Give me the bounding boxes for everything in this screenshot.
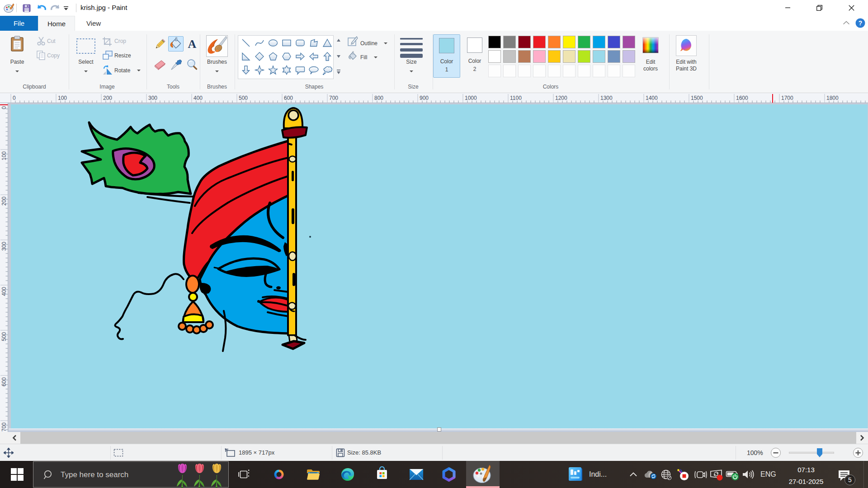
palette-color-13[interactable]	[533, 50, 546, 63]
save-button[interactable]	[22, 4, 31, 13]
size-dropdown-caret[interactable]	[410, 70, 413, 72]
paint-app-icon-button[interactable]	[4, 3, 14, 14]
crop-button[interactable]	[102, 37, 112, 47]
brushes-button[interactable]	[206, 35, 228, 57]
close-button[interactable]	[841, 0, 862, 15]
resize-label[interactable]: Resize	[114, 52, 131, 59]
palette-empty-3[interactable]	[533, 65, 546, 77]
tab-file[interactable]: File	[0, 16, 38, 31]
palette-color-7[interactable]	[593, 36, 605, 48]
tab-home[interactable]: Home	[38, 16, 75, 31]
palette-color-2[interactable]	[518, 36, 531, 48]
palette-color-5[interactable]	[563, 36, 576, 48]
shapes-gallery-scroll-buttons[interactable]	[335, 36, 342, 78]
palette-empty-0[interactable]	[488, 65, 501, 77]
palette-empty-8[interactable]	[608, 65, 620, 77]
cut-button[interactable]	[37, 37, 46, 46]
shape-up-arrow[interactable]	[321, 50, 334, 63]
palette-color-4[interactable]	[548, 36, 561, 48]
tray-volume-icon[interactable]	[742, 469, 755, 480]
palette-empty-1[interactable]	[503, 65, 516, 77]
cut-label[interactable]: Cut	[47, 38, 56, 45]
edit-colors-button[interactable]	[642, 37, 659, 53]
palette-empty-4[interactable]	[548, 65, 561, 77]
palette-color-0[interactable]	[488, 36, 501, 48]
edit-with-paint3d-button[interactable]	[676, 35, 697, 58]
show-desktop-button[interactable]	[863, 461, 864, 488]
taskbar-paint-button[interactable]	[472, 464, 493, 485]
tray-cast-icon[interactable]	[709, 469, 723, 481]
fill-button[interactable]	[347, 51, 358, 61]
paste-dropdown-caret[interactable]	[15, 70, 19, 72]
horizontal-scrollbar[interactable]	[0, 432, 868, 444]
palette-color-10[interactable]	[488, 50, 501, 63]
palette-color-8[interactable]	[608, 36, 620, 48]
customize-qat-button[interactable]	[63, 6, 69, 10]
canvas-resize-handle[interactable]	[437, 427, 441, 432]
copy-button[interactable]	[36, 50, 46, 60]
palette-empty-6[interactable]	[578, 65, 590, 77]
size-label[interactable]: Size	[399, 59, 424, 66]
select-label[interactable]: Select	[73, 59, 99, 66]
zoom-slider-track[interactable]	[789, 452, 834, 454]
color1-button[interactable]: Color1	[433, 34, 460, 78]
tray-battery-icon[interactable]	[726, 469, 739, 481]
palette-color-15[interactable]	[563, 50, 576, 63]
crop-label[interactable]: Crop	[114, 38, 126, 45]
paint3d-label[interactable]: Edit with Paint 3D	[672, 59, 700, 72]
copy-label[interactable]: Copy	[47, 52, 60, 59]
taskbar-microsoft365-button[interactable]	[442, 467, 456, 482]
shape-right-arrow[interactable]	[294, 50, 307, 63]
shape-polygon[interactable]	[307, 37, 320, 49]
palette-color-18[interactable]	[608, 50, 620, 63]
shape-five-point-star[interactable]	[267, 64, 279, 76]
redo-button[interactable]	[50, 4, 61, 13]
tray-language[interactable]: ENG	[760, 470, 776, 479]
fill-dropdown-caret[interactable]	[374, 56, 377, 58]
restore-button[interactable]	[809, 0, 830, 15]
rotate-label[interactable]: Rotate	[114, 67, 130, 74]
krishna-drawing[interactable]	[11, 104, 868, 428]
select-button[interactable]	[76, 38, 96, 54]
tray-network-icon[interactable]	[660, 469, 672, 481]
taskbar-edge-button[interactable]	[340, 467, 355, 482]
taskbar-news-widget[interactable]	[568, 467, 584, 482]
palette-color-12[interactable]	[518, 50, 531, 63]
taskbar-task-view-button[interactable]	[237, 468, 251, 481]
palette-color-3[interactable]	[533, 36, 546, 48]
color2-button[interactable]: Color2	[463, 34, 486, 78]
help-button[interactable]: ?	[855, 18, 865, 28]
tray-camera-icon[interactable]	[693, 469, 707, 481]
shape-four-point-star[interactable]	[253, 64, 266, 76]
palette-color-6[interactable]	[578, 36, 590, 48]
paste-label[interactable]: Paste	[5, 59, 30, 66]
shape-left-arrow[interactable]	[307, 50, 320, 63]
resize-button[interactable]	[102, 50, 113, 60]
outline-button[interactable]	[347, 36, 358, 47]
rotate-button[interactable]	[102, 65, 113, 75]
collapse-ribbon-button[interactable]	[843, 21, 850, 25]
paint-canvas[interactable]	[11, 104, 868, 428]
shape-oval-callout[interactable]	[307, 64, 320, 76]
fill-with-color-tool[interactable]	[168, 36, 184, 52]
paste-button[interactable]	[9, 36, 25, 52]
palette-empty-5[interactable]	[563, 65, 576, 77]
tray-hidden-icons-button[interactable]	[629, 472, 637, 477]
scrollbar-thumb[interactable]	[20, 432, 856, 444]
shape-six-point-star[interactable]	[280, 64, 293, 76]
shape-oval[interactable]	[267, 37, 279, 49]
scroll-right-button[interactable]	[856, 432, 868, 444]
shape-rounded-rectangle[interactable]	[294, 37, 307, 49]
palette-color-1[interactable]	[503, 36, 516, 48]
shape-line[interactable]	[240, 37, 252, 49]
text-tool[interactable]: A	[184, 36, 200, 52]
shape-rectangle[interactable]	[280, 37, 293, 49]
start-button[interactable]	[11, 468, 24, 481]
search-tulips[interactable]	[175, 462, 229, 488]
shape-hexagon[interactable]	[280, 50, 293, 63]
tab-view[interactable]: View	[75, 16, 112, 31]
shape-pentagon[interactable]	[267, 50, 279, 63]
news-label[interactable]: Indi...	[589, 470, 607, 479]
outline-dropdown-caret[interactable]	[384, 42, 387, 44]
brushes-label[interactable]: Brushes	[192, 59, 242, 66]
